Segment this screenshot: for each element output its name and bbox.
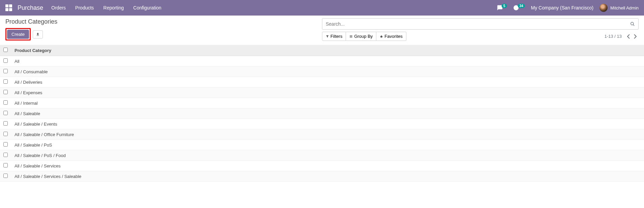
row-checkbox[interactable] (3, 111, 8, 115)
chevron-right-icon (634, 34, 637, 39)
column-header-category[interactable]: Product Category (11, 45, 644, 56)
table-row[interactable]: All / Saleable / Services (0, 161, 644, 171)
search-button[interactable] (627, 22, 638, 26)
favorites-button[interactable]: Favorites (376, 32, 406, 41)
svg-line-1 (633, 25, 635, 26)
row-category-name: All / Consumable (11, 67, 644, 77)
list-icon (349, 35, 353, 38)
row-category-name: All / Saleable / Events (11, 119, 644, 129)
breadcrumb: Product Categories (5, 18, 322, 25)
app-brand[interactable]: Purchase (18, 4, 43, 11)
row-category-name: All / Internal (11, 98, 644, 108)
select-all-checkbox[interactable] (3, 48, 8, 52)
apps-icon[interactable] (5, 4, 12, 11)
filters-button[interactable]: Filters (322, 32, 346, 41)
filters-label: Filters (330, 34, 342, 39)
download-icon (36, 32, 40, 36)
chevron-left-icon (627, 34, 630, 39)
row-checkbox[interactable] (3, 142, 8, 147)
svg-point-0 (631, 22, 634, 25)
table-row[interactable]: All / Expenses (0, 87, 644, 98)
row-category-name: All / Saleable / Office Furniture (11, 129, 644, 140)
row-checkbox[interactable] (3, 153, 8, 157)
search-input[interactable] (322, 19, 627, 29)
row-checkbox[interactable] (3, 163, 8, 167)
nav-item-products[interactable]: Products (75, 5, 94, 10)
row-checkbox[interactable] (3, 79, 8, 84)
table-row[interactable]: All / Saleable / PoS / Food (0, 150, 644, 161)
table-row[interactable]: All / Deliveries (0, 77, 644, 87)
category-list: Product Category AllAll / ConsumableAll … (0, 45, 644, 182)
row-checkbox[interactable] (3, 100, 8, 105)
groupby-button[interactable]: Group By (346, 32, 376, 41)
row-category-name: All / Saleable / Services (11, 161, 644, 171)
export-button[interactable] (33, 30, 43, 38)
user-menu[interactable]: Mitchell Admin (599, 4, 639, 12)
search-toolbar: Filters Group By Favorites (322, 32, 406, 41)
company-selector[interactable]: My Company (San Francisco) (531, 5, 593, 10)
activities-badge: 34 (518, 4, 525, 8)
row-checkbox[interactable] (3, 132, 8, 136)
table-row[interactable]: All / Saleable / Events (0, 119, 644, 129)
row-checkbox[interactable] (3, 69, 8, 73)
row-category-name: All / Saleable / PoS / Food (11, 150, 644, 161)
pager-next[interactable] (632, 33, 639, 40)
groupby-label: Group By (354, 34, 373, 39)
table-row[interactable]: All (0, 56, 644, 67)
user-name: Mitchell Admin (610, 5, 639, 10)
row-category-name: All / Deliveries (11, 77, 644, 87)
row-checkbox[interactable] (3, 90, 8, 94)
filter-icon (326, 35, 329, 38)
table-row[interactable]: All / Saleable / Services / Saleable (0, 171, 644, 182)
nav-right: 5 34 My Company (San Francisco) Mitchell… (497, 4, 639, 12)
row-category-name: All (11, 56, 644, 67)
pager-text[interactable]: 1-13 / 13 (605, 34, 622, 39)
search-icon (630, 22, 635, 26)
row-checkbox[interactable] (3, 174, 8, 178)
table-row[interactable]: All / Saleable / Office Furniture (0, 129, 644, 140)
favorites-label: Favorites (384, 34, 402, 39)
activities-button[interactable]: 34 (513, 5, 525, 11)
nav-item-reporting[interactable]: Reporting (103, 5, 124, 10)
nav-menu: Orders Products Reporting Configuration (51, 5, 497, 10)
row-checkbox[interactable] (3, 121, 8, 126)
table-row[interactable]: All / Consumable (0, 67, 644, 77)
table-row[interactable]: All / Saleable (0, 108, 644, 119)
messages-badge: 5 (502, 4, 507, 8)
row-category-name: All / Saleable (11, 108, 644, 119)
row-category-name: All / Saleable / PoS (11, 140, 644, 150)
pager: 1-13 / 13 (605, 33, 639, 40)
create-highlight: Create (5, 28, 31, 41)
nav-item-orders[interactable]: Orders (51, 5, 66, 10)
pager-prev[interactable] (625, 33, 632, 40)
nav-item-configuration[interactable]: Configuration (133, 5, 161, 10)
search-box (322, 18, 639, 30)
table-row[interactable]: All / Internal (0, 98, 644, 108)
messages-button[interactable]: 5 (497, 5, 507, 11)
top-navbar: Purchase Orders Products Reporting Confi… (0, 0, 644, 16)
control-panel: Product Categories Create (0, 16, 644, 45)
avatar (599, 4, 608, 12)
create-button[interactable]: Create (7, 30, 29, 39)
row-category-name: All / Saleable / Services / Saleable (11, 171, 644, 182)
star-icon (380, 35, 383, 38)
row-category-name: All / Expenses (11, 87, 644, 98)
table-row[interactable]: All / Saleable / PoS (0, 140, 644, 150)
row-checkbox[interactable] (3, 58, 8, 63)
